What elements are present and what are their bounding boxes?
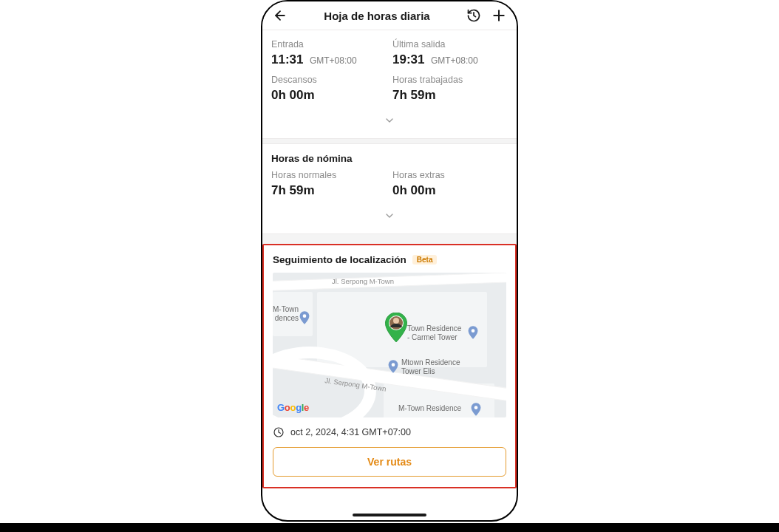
page-title: Hoja de horas diaria — [295, 10, 459, 22]
map-pin-icon — [471, 403, 481, 416]
overtime-label: Horas extras — [392, 170, 508, 180]
section-gap — [262, 138, 517, 144]
map-poi-label: Town Residence - Carmel Tower — [407, 324, 461, 342]
regular-label: Horas normales — [271, 170, 387, 180]
app-header: Hoja de horas diaria — [262, 1, 517, 30]
map-poi-pin — [471, 403, 481, 413]
breaks-label: Descansos — [271, 75, 387, 85]
regular-value: 7h 59m — [271, 183, 315, 198]
map-poi-pin — [388, 360, 398, 370]
page-bottom-strip — [0, 523, 779, 532]
overtime-hours-cell: Horas extras 0h 00m — [392, 170, 508, 205]
exit-time: 19:31 — [392, 52, 424, 67]
location-map[interactable]: Jl. Serpong M-Town Jl. Serpong M-Town M-… — [273, 273, 506, 417]
entry-time: 11:31 — [271, 52, 303, 67]
beta-badge: Beta — [412, 255, 438, 265]
payroll-section: Horas de nómina Horas normales 7h 59m Ho… — [262, 144, 517, 233]
regular-hours-cell: Horas normales 7h 59m — [271, 170, 387, 205]
exit-tz: GMT+08:00 — [431, 55, 478, 66]
road-label: Jl. Serpong M-Town — [332, 277, 394, 285]
payroll-title: Horas de nómina — [271, 153, 508, 164]
exit-cell: Última salida 19:31 GMT+08:00 — [392, 39, 508, 75]
summary-expander[interactable] — [271, 110, 508, 134]
plus-icon — [491, 8, 506, 23]
location-title: Seguimiento de localización — [273, 254, 406, 265]
user-pin-icon — [385, 313, 407, 342]
chevron-down-icon — [384, 115, 395, 126]
map-poi-pin — [468, 326, 478, 336]
user-location-pin — [385, 313, 407, 342]
history-button[interactable] — [463, 5, 484, 26]
breaks-cell: Descansos 0h 00m — [271, 75, 387, 110]
map-poi-pin — [299, 311, 310, 321]
location-header: Seguimiento de localización Beta — [273, 254, 506, 265]
overtime-value: 0h 00m — [392, 183, 436, 198]
map-poi-label: M-Town dences — [273, 305, 299, 323]
svg-point-5 — [392, 363, 395, 366]
location-tracking-card: Seguimiento de localización Beta Jl. Ser… — [262, 244, 517, 488]
phone-frame: Hoja de horas diaria Entrada 11:31 GMT+0… — [261, 0, 518, 522]
chevron-down-icon — [384, 210, 395, 222]
entry-cell: Entrada 11:31 GMT+08:00 — [271, 39, 387, 75]
map-pin-icon — [388, 360, 398, 373]
svg-point-3 — [303, 314, 307, 318]
payroll-expander[interactable] — [271, 205, 508, 229]
map-poi-label: Mtown Residence Tower Elis — [401, 358, 460, 376]
view-routes-label: Ver rutas — [367, 456, 412, 468]
entry-tz: GMT+08:00 — [310, 55, 357, 66]
location-timestamp: oct 2, 2024, 4:31 GMT+07:00 — [290, 427, 411, 437]
svg-point-6 — [474, 406, 478, 409]
back-button[interactable] — [270, 5, 290, 26]
google-logo: Google — [277, 402, 309, 413]
breaks-value: 0h 00m — [271, 88, 315, 103]
map-pin-icon — [468, 326, 478, 339]
exit-label: Última salida — [392, 39, 508, 50]
clock-icon — [273, 426, 285, 438]
map-poi-label: M-Town Residence — [398, 404, 461, 413]
back-arrow-icon — [273, 8, 288, 23]
history-icon — [466, 8, 481, 23]
worked-label: Horas trabajadas — [392, 75, 508, 85]
worked-value: 7h 59m — [392, 88, 436, 103]
svg-point-9 — [393, 318, 399, 324]
worked-cell: Horas trabajadas 7h 59m — [392, 75, 508, 110]
map-pin-icon — [299, 311, 310, 324]
entry-label: Entrada — [271, 39, 387, 50]
home-indicator — [353, 514, 426, 516]
location-timestamp-row: oct 2, 2024, 4:31 GMT+07:00 — [273, 426, 506, 438]
section-gap-2 — [262, 233, 517, 244]
view-routes-button[interactable]: Ver rutas — [273, 447, 506, 477]
svg-point-4 — [472, 329, 475, 332]
add-button[interactable] — [489, 5, 509, 26]
summary-section: Entrada 11:31 GMT+08:00 Última salida 19… — [262, 30, 517, 138]
